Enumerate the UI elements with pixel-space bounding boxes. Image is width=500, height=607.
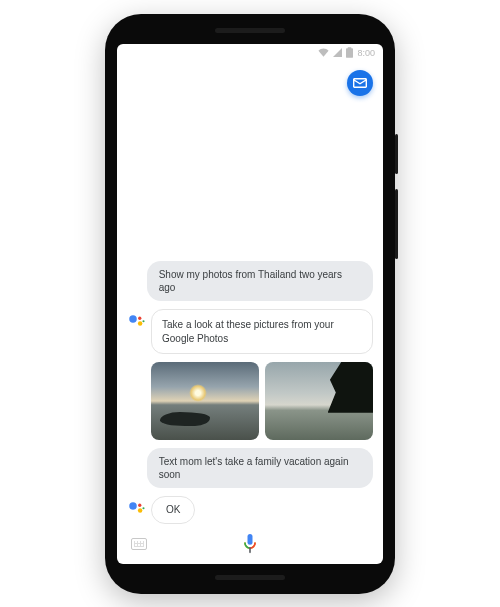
screen: 8:00 Show my photos from Thailand two ye… bbox=[117, 44, 383, 564]
svg-point-3 bbox=[142, 320, 144, 322]
speaker-bottom bbox=[215, 575, 285, 580]
speaker-top bbox=[215, 28, 285, 33]
photo-thumbnail[interactable] bbox=[151, 362, 259, 440]
phone-frame: 8:00 Show my photos from Thailand two ye… bbox=[105, 14, 395, 594]
assistant-logo-icon bbox=[127, 313, 145, 335]
svg-point-7 bbox=[142, 507, 144, 509]
mic-button[interactable] bbox=[240, 533, 260, 555]
svg-point-2 bbox=[138, 321, 143, 326]
assistant-reply: OK bbox=[127, 496, 373, 524]
cellular-icon bbox=[333, 48, 342, 57]
svg-rect-8 bbox=[248, 534, 253, 545]
keyboard-icon[interactable] bbox=[131, 538, 147, 550]
envelope-icon bbox=[353, 78, 367, 88]
input-bar bbox=[117, 524, 383, 564]
wifi-icon bbox=[318, 48, 329, 57]
compose-button[interactable] bbox=[347, 70, 373, 96]
volume-button bbox=[395, 189, 398, 259]
user-message[interactable]: Show my photos from Thailand two years a… bbox=[147, 261, 373, 301]
status-time: 8:00 bbox=[357, 48, 375, 58]
assistant-logo-icon bbox=[127, 500, 145, 522]
assistant-message: Take a look at these pictures from your … bbox=[151, 309, 373, 354]
photo-results bbox=[127, 362, 373, 440]
assistant-reply: Take a look at these pictures from your … bbox=[127, 309, 373, 354]
status-bar: 8:00 bbox=[117, 44, 383, 62]
svg-point-0 bbox=[129, 315, 137, 323]
power-button bbox=[395, 134, 398, 174]
svg-point-5 bbox=[138, 504, 141, 507]
svg-point-1 bbox=[138, 317, 141, 320]
conversation: Show my photos from Thailand two years a… bbox=[117, 62, 383, 524]
mic-icon bbox=[240, 533, 260, 555]
battery-icon bbox=[346, 47, 353, 58]
photo-thumbnail[interactable] bbox=[265, 362, 373, 440]
assistant-message: OK bbox=[151, 496, 195, 524]
svg-point-6 bbox=[138, 508, 143, 513]
svg-point-4 bbox=[129, 502, 137, 510]
user-message[interactable]: Text mom let's take a family vacation ag… bbox=[147, 448, 373, 488]
